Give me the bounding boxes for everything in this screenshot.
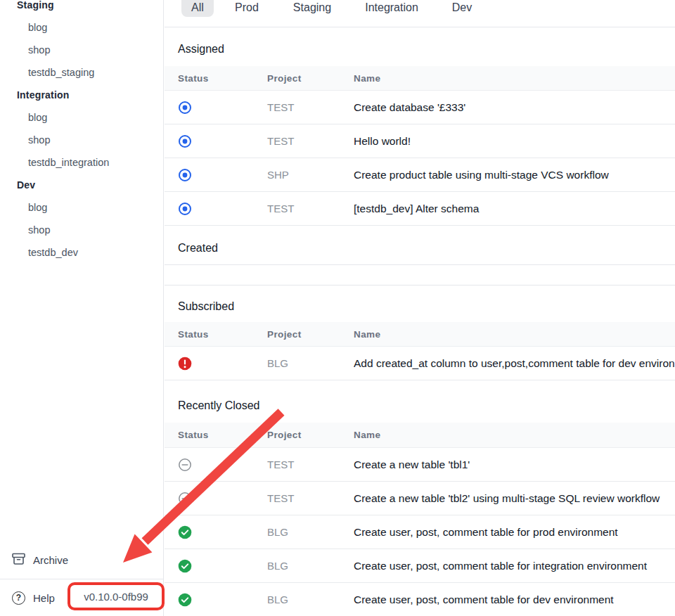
section-subscribed: Subscribed Status Project Name BLG Add c… (165, 284, 675, 380)
column-project: Project (267, 329, 354, 340)
status-error-icon (178, 357, 192, 371)
issue-name: Create product table using multi-stage V… (354, 169, 675, 181)
column-name: Name (354, 73, 675, 84)
env-header-dev: Dev (0, 179, 35, 191)
column-name: Name (354, 430, 675, 440)
empty-table (165, 264, 675, 285)
column-status: Status (165, 73, 267, 84)
section-title: Subscribed (178, 301, 675, 312)
env-header-integration: Integration (0, 89, 70, 101)
column-status: Status (165, 329, 267, 340)
project-key: BLG (267, 593, 354, 605)
environment-tabs: All Prod Staging Integration Dev (165, 0, 675, 27)
tab-all[interactable]: All (191, 1, 204, 14)
column-name: Name (354, 329, 675, 340)
database-tree: Staging blog shop testdb_staging Integra… (0, 0, 163, 264)
table-row[interactable]: TEST Create a new table 'tbl1' (165, 448, 675, 482)
issue-name: [testdb_dev] Alter schema (354, 203, 675, 215)
section-title: Recently Closed (178, 400, 675, 411)
project-key: SHP (267, 169, 354, 181)
table-row[interactable]: TEST Hello world! (165, 124, 675, 158)
issue-name: Create a new table 'tbl1' (354, 458, 675, 471)
project-key: TEST (267, 203, 354, 214)
status-open-icon (178, 101, 192, 115)
table-row[interactable]: SHP Create product table using multi-sta… (165, 158, 675, 192)
status-open-icon (178, 134, 192, 148)
tab-prod[interactable]: Prod (235, 1, 259, 14)
issue-name: Create a new table 'tbl2' using multi-st… (354, 492, 675, 505)
column-project: Project (267, 73, 354, 84)
project-key: TEST (267, 135, 354, 147)
status-open-icon (178, 202, 192, 216)
issue-name: Create user, post, comment table for pro… (354, 526, 675, 539)
section-recently-closed: Recently Closed Status Project Name TEST… (165, 383, 675, 616)
project-key: BLG (267, 357, 354, 369)
section-created: Created (165, 232, 675, 285)
status-open-icon (178, 168, 192, 182)
help-label: Help (33, 592, 55, 604)
sidebar-item-testdb-dev[interactable]: testdb_dev (0, 241, 163, 264)
version-text: v0.10.0-0fb99 (84, 591, 148, 603)
sidebar-item-staging-shop[interactable]: shop (0, 39, 163, 61)
section-title: Created (178, 243, 675, 254)
archive-button[interactable]: Archive (0, 541, 164, 579)
sidebar: Staging blog shop testdb_staging Integra… (0, 0, 164, 616)
sidebar-item-dev-blog[interactable]: blog (0, 196, 163, 219)
table-row[interactable]: BLG Add created_at column to user,post,c… (165, 347, 675, 380)
status-done-icon (178, 525, 192, 539)
section-title: Assigned (178, 44, 675, 55)
help-icon: ? (12, 591, 25, 605)
table-header: Status Project Name (165, 66, 675, 91)
issue-name: Create user, post, comment table for dev… (354, 593, 675, 606)
issue-name: Create database '£333' (354, 101, 675, 114)
issue-name: Add created_at column to user,post,comme… (354, 357, 675, 370)
sidebar-item-testdb-staging[interactable]: testdb_staging (0, 61, 163, 84)
status-done-icon (178, 559, 192, 573)
column-status: Status (165, 430, 267, 440)
sidebar-item-testdb-integration[interactable]: testdb_integration (0, 151, 163, 174)
sidebar-item-integration-shop[interactable]: shop (0, 129, 163, 151)
sidebar-item-staging-blog[interactable]: blog (0, 16, 163, 39)
table-row[interactable]: TEST [testdb_dev] Alter schema (165, 192, 675, 226)
env-header-staging: Staging (0, 0, 54, 11)
project-key: BLG (267, 560, 354, 572)
status-done-icon (178, 593, 192, 607)
issue-name: Hello world! (354, 135, 675, 148)
column-project: Project (267, 430, 354, 440)
archive-icon (12, 553, 25, 568)
project-key: TEST (267, 101, 354, 113)
main-pane: All Prod Staging Integration Dev Assigne… (165, 0, 675, 616)
table-row[interactable]: TEST Create a new table 'tbl2' using mul… (165, 482, 675, 515)
tab-dev[interactable]: Dev (452, 1, 472, 14)
table-row[interactable]: BLG Create user, post, comment table for… (165, 515, 675, 549)
table-row[interactable]: TEST Create database '£333' (165, 91, 675, 124)
table-row[interactable]: BLG Create user, post, comment table for… (165, 583, 675, 616)
project-key: TEST (267, 492, 354, 504)
table-header: Status Project Name (165, 322, 675, 347)
section-assigned: Assigned Status Project Name TEST Create… (165, 27, 675, 226)
table-row[interactable]: BLG Create user, post, comment table for… (165, 549, 675, 583)
sidebar-item-integration-blog[interactable]: blog (0, 106, 163, 129)
status-canceled-icon (178, 458, 192, 472)
version-badge[interactable]: v0.10.0-0fb99 (68, 582, 165, 610)
project-key: BLG (267, 526, 354, 538)
status-canceled-icon (178, 492, 192, 506)
tab-integration[interactable]: Integration (365, 1, 418, 14)
project-key: TEST (267, 458, 354, 470)
sidebar-item-dev-shop[interactable]: shop (0, 219, 163, 241)
table-header: Status Project Name (165, 423, 675, 448)
issue-name: Create user, post, comment table for int… (354, 560, 675, 572)
archive-label: Archive (33, 554, 68, 566)
tab-staging[interactable]: Staging (293, 1, 331, 14)
